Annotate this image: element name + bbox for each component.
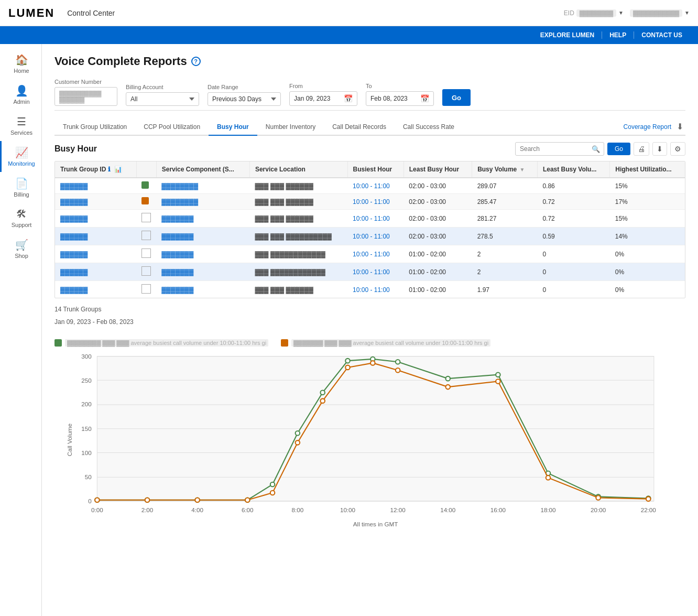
from-date-input[interactable]: Jan 09, 2023 📅 bbox=[289, 91, 357, 106]
logo: LUMEN bbox=[8, 6, 54, 20]
row-busiest-hour: 10:00 - 11:00 bbox=[347, 245, 403, 263]
tab-busy-hour[interactable]: Busy Hour bbox=[209, 119, 257, 136]
svg-text:0: 0 bbox=[88, 498, 92, 504]
svg-text:100: 100 bbox=[81, 449, 92, 456]
from-date-group: From Jan 09, 2023 📅 bbox=[289, 83, 357, 106]
table-body: ▓▓▓▓▓▓ ▓▓▓▓▓▓▓▓ ▓▓▓ ▓▓▓ ▓▓▓▓▓▓ 10:00 - 1… bbox=[55, 178, 685, 298]
date-range-label: Date Range bbox=[208, 84, 281, 90]
chart-legend: ▓▓▓▓▓▓▓▓ ▓▓▓ ▓▓▓ average busiest call vo… bbox=[54, 339, 685, 347]
customer-number-display: ▓▓▓▓▓▓▓▓▓▓ ▓▓▓▓▓▓ bbox=[54, 87, 117, 106]
contact-us-link[interactable]: CONTACT US bbox=[634, 31, 690, 39]
trunk-id-info-icon[interactable]: ℹ bbox=[108, 166, 111, 173]
sidebar-item-admin[interactable]: 👤 Admin bbox=[0, 79, 41, 110]
col-busiest-hour: Busiest Hour bbox=[347, 161, 403, 178]
to-date-input[interactable]: Feb 08, 2023 📅 bbox=[366, 91, 434, 106]
tab-number-inventory[interactable]: Number Inventory bbox=[257, 119, 324, 136]
from-calendar-icon[interactable]: 📅 bbox=[344, 94, 353, 103]
help-icon[interactable]: ? bbox=[191, 57, 201, 66]
main-layout: 🏠 Home 👤 Admin ☰ Services 📈 Monitoring 📄… bbox=[0, 44, 698, 616]
table-row: ▓▓▓▓▓▓ ▓▓▓▓▓▓▓ ▓▓▓ ▓▓▓ ▓▓▓▓▓▓▓▓▓▓ 10:00 … bbox=[55, 228, 685, 245]
row-busy-vol: 289.07 bbox=[472, 178, 538, 194]
col-trunk-id: Trunk Group ID ℹ 📊 bbox=[55, 161, 136, 178]
row-least-vol: 0 bbox=[537, 245, 609, 263]
account-dropdown-icon[interactable]: ▼ bbox=[684, 10, 690, 16]
top-nav: LUMEN Control Center EID ▓▓▓▓▓▓▓▓ ▼ ▓▓▓▓… bbox=[0, 0, 698, 26]
chart-icon[interactable]: 📊 bbox=[114, 166, 122, 173]
col-busy-vol[interactable]: Busy Volume ▼ bbox=[472, 161, 538, 178]
eid-label: EID bbox=[564, 9, 574, 17]
svg-point-55 bbox=[496, 379, 500, 384]
search-input[interactable] bbox=[515, 142, 604, 156]
sidebar-label-monitoring: Monitoring bbox=[8, 160, 35, 167]
sidebar-label-services: Services bbox=[10, 129, 32, 136]
row-service-comp: ▓▓▓▓▓▓▓ bbox=[156, 281, 249, 298]
row-least-vol: 0 bbox=[537, 263, 609, 281]
tab-call-detail[interactable]: Call Detail Records bbox=[324, 119, 395, 136]
explore-lumen-link[interactable]: EXPLORE LUMEN bbox=[533, 31, 602, 39]
print-icon[interactable]: 🖨 bbox=[634, 142, 649, 156]
row-least-vol: 0.72 bbox=[537, 210, 609, 228]
svg-point-33 bbox=[270, 482, 275, 487]
eid-dropdown-icon[interactable]: ▼ bbox=[618, 10, 624, 16]
trunk-count: 14 Trunk Groups bbox=[54, 302, 685, 316]
shop-icon: 🛒 bbox=[15, 239, 28, 251]
row-busy-vol: 1.97 bbox=[472, 281, 538, 298]
svg-point-49 bbox=[296, 440, 300, 445]
chart-svg: 0 50 100 150 200 250 300 Call Volume 0:0… bbox=[54, 351, 685, 529]
tab-call-success[interactable]: Call Success Rate bbox=[395, 119, 463, 136]
coverage-download-icon[interactable]: ⬇ bbox=[674, 121, 685, 133]
section-title: Busy Hour bbox=[54, 144, 97, 154]
row-color-cell bbox=[136, 210, 156, 228]
row-service-loc: ▓▓▓ ▓▓▓ ▓▓▓▓▓▓ bbox=[249, 194, 347, 210]
settings-icon[interactable]: ⚙ bbox=[670, 142, 685, 156]
svg-point-38 bbox=[396, 360, 400, 364]
row-service-comp: ▓▓▓▓▓▓▓▓ bbox=[156, 194, 249, 210]
row-least-vol: 0.59 bbox=[537, 228, 609, 245]
sidebar-item-home[interactable]: 🏠 Home bbox=[0, 48, 41, 79]
sidebar-item-support[interactable]: 🛠 Support bbox=[0, 203, 41, 233]
report-tabs: Trunk Group Utilization CCP Pool Utiliza… bbox=[54, 119, 685, 136]
home-icon: 🏠 bbox=[15, 53, 28, 66]
col-least-busy: Least Busy Hour bbox=[403, 161, 472, 178]
to-date-value: Feb 08, 2023 bbox=[370, 95, 408, 102]
svg-text:50: 50 bbox=[85, 473, 92, 480]
svg-text:0:00: 0:00 bbox=[91, 506, 103, 513]
row-highest-util: 17% bbox=[610, 194, 685, 210]
row-color-cell bbox=[136, 281, 156, 298]
to-calendar-icon[interactable]: 📅 bbox=[420, 94, 429, 103]
svg-text:8:00: 8:00 bbox=[292, 506, 304, 513]
row-least-vol: 0.86 bbox=[537, 178, 609, 194]
sidebar-item-monitoring[interactable]: 📈 Monitoring bbox=[0, 141, 41, 172]
filter-go-button[interactable]: Go bbox=[442, 89, 471, 106]
sidebar-item-billing[interactable]: 📄 Billing bbox=[0, 172, 41, 203]
help-link[interactable]: HELP bbox=[602, 31, 634, 39]
download-icon[interactable]: ⬇ bbox=[652, 142, 667, 156]
svg-point-58 bbox=[646, 496, 651, 501]
row-highest-util: 15% bbox=[610, 178, 685, 194]
svg-point-52 bbox=[370, 361, 375, 365]
row-highest-util: 0% bbox=[610, 281, 685, 298]
account-section: ▓▓▓▓▓▓▓▓▓▓▓ ▼ bbox=[630, 9, 690, 17]
tab-trunk-group[interactable]: Trunk Group Utilization bbox=[54, 119, 135, 136]
tab-ccp-pool[interactable]: CCP Pool Utilization bbox=[135, 119, 209, 136]
col-service-comp: Service Component (S... bbox=[156, 161, 249, 178]
svg-text:4:00: 4:00 bbox=[191, 506, 203, 513]
sidebar-item-shop[interactable]: 🛒 Shop bbox=[0, 233, 41, 264]
svg-point-34 bbox=[296, 431, 300, 436]
to-date-group: To Feb 08, 2023 📅 bbox=[366, 83, 434, 106]
date-range-select[interactable]: Previous 30 Days bbox=[208, 92, 281, 106]
sidebar-item-services[interactable]: ☰ Services bbox=[0, 110, 41, 141]
billing-icon: 📄 bbox=[15, 177, 28, 190]
sidebar-label-admin: Admin bbox=[13, 99, 29, 105]
table-scroll[interactable]: Trunk Group ID ℹ 📊 Service Component (S.… bbox=[55, 161, 685, 298]
row-highest-util: 0% bbox=[610, 263, 685, 281]
row-busiest-hour: 10:00 - 11:00 bbox=[347, 210, 403, 228]
search-go-button[interactable]: Go bbox=[607, 143, 630, 155]
billing-account-select[interactable]: All bbox=[126, 92, 199, 106]
coverage-report-link[interactable]: Coverage Report bbox=[624, 123, 671, 131]
chart-area: ▓▓▓▓▓▓▓▓ ▓▓▓ ▓▓▓ average busiest call vo… bbox=[54, 334, 685, 536]
row-least-busy: 02:00 - 03:00 bbox=[403, 194, 472, 210]
tabs-left: Trunk Group Utilization CCP Pool Utiliza… bbox=[54, 119, 463, 135]
row-color-cell bbox=[136, 228, 156, 245]
row-least-vol: 0 bbox=[537, 281, 609, 298]
